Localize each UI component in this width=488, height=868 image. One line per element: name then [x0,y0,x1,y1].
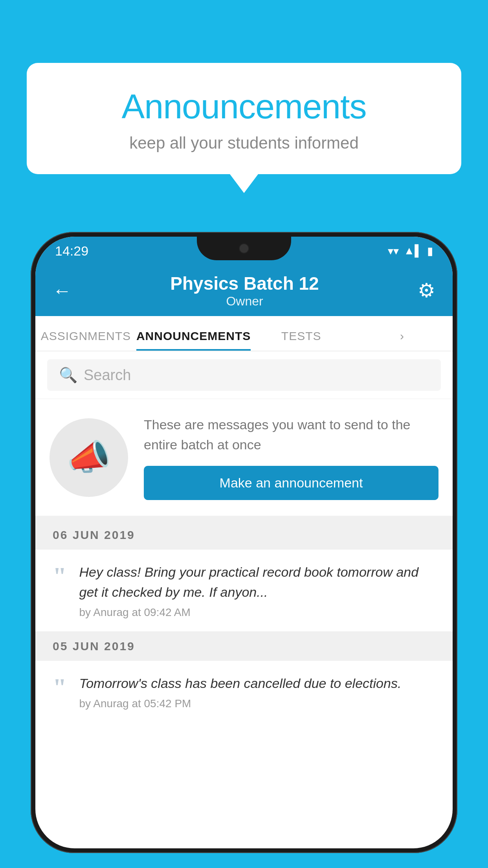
tabs-bar: ASSIGNMENTS ANNOUNCEMENTS TESTS › [35,316,453,351]
search-bar[interactable]: 🔍 Search [47,359,441,391]
battery-icon: ▮ [427,245,433,257]
announcement-item-1[interactable]: " Hey class! Bring your practical record… [35,550,453,632]
speech-bubble: Announcements keep all your students inf… [27,63,461,174]
phone-screen: 14:29 ▾▾ ▲▌ ▮ ← Physics Batch 12 Owner ⚙ [35,237,453,848]
back-button[interactable]: ← [53,280,72,302]
signal-icon: ▲▌ [404,245,422,257]
phone-notch [197,237,291,260]
prompt-description: These are messages you want to send to t… [144,415,438,455]
announcement-content-2: Tomorrow's class has been cancelled due … [79,673,435,710]
bubble-arrow [230,174,258,193]
tab-announcements[interactable]: ANNOUNCEMENTS [136,329,251,351]
prompt-content: These are messages you want to send to t… [144,415,438,500]
announcement-meta-2: by Anurag at 05:42 PM [79,697,435,710]
settings-icon[interactable]: ⚙ [418,279,435,302]
announcement-text-1: Hey class! Bring your practical record b… [79,562,435,602]
status-icons: ▾▾ ▲▌ ▮ [388,245,433,257]
user-role: Owner [72,294,418,309]
front-camera [239,243,249,254]
announcement-prompt: 📣 These are messages you want to send to… [35,399,453,520]
app-header: ← Physics Batch 12 Owner ⚙ [35,265,453,316]
megaphone-circle: 📣 [50,418,128,497]
date-header-2: 05 JUN 2019 [35,632,453,661]
search-icon: 🔍 [59,366,77,384]
search-placeholder: Search [84,367,131,384]
announcement-item-2[interactable]: " Tomorrow's class has been cancelled du… [35,661,453,723]
bubble-subtitle: keep all your students informed [58,134,430,153]
tab-assignments[interactable]: ASSIGNMENTS [35,329,136,351]
make-announcement-button[interactable]: Make an announcement [144,466,438,500]
phone-body: 14:29 ▾▾ ▲▌ ▮ ← Physics Batch 12 Owner ⚙ [31,232,457,853]
header-center: Physics Batch 12 Owner [72,273,418,309]
bubble-title: Announcements [58,86,430,127]
speech-bubble-section: Announcements keep all your students inf… [27,63,461,193]
status-time: 14:29 [55,243,88,259]
quote-icon-1: " [53,564,67,589]
phone-mockup: 14:29 ▾▾ ▲▌ ▮ ← Physics Batch 12 Owner ⚙ [31,232,457,853]
announcement-text-2: Tomorrow's class has been cancelled due … [79,673,435,693]
tab-tests[interactable]: TESTS [251,329,352,351]
quote-icon-2: " [53,675,67,700]
announcement-content-1: Hey class! Bring your practical record b… [79,562,435,619]
wifi-icon: ▾▾ [388,245,399,257]
announcement-meta-1: by Anurag at 09:42 AM [79,606,435,619]
batch-name: Physics Batch 12 [72,273,418,294]
megaphone-icon: 📣 [67,437,111,478]
tab-more[interactable]: › [352,329,453,351]
date-header-1: 06 JUN 2019 [35,520,453,550]
search-bar-section: 🔍 Search [35,351,453,399]
